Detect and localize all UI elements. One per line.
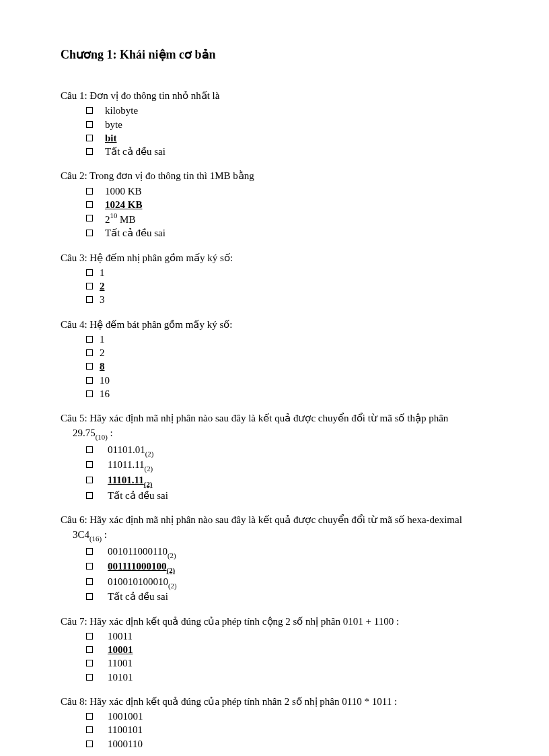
question-text: Câu 5: Hãy xác định mã nhị phân nào sau … <box>61 411 488 425</box>
option-label: Tất cả đều sai <box>105 226 166 240</box>
option-item[interactable]: 3 <box>61 293 488 306</box>
option-item[interactable]: bit <box>61 131 488 145</box>
option-item[interactable]: 1000 KB <box>61 184 488 198</box>
option-item[interactable]: 11011.11(2) <box>61 458 488 473</box>
question-text: Câu 1: Đơn vị đo thông tin nhỏ nhất là <box>61 89 488 102</box>
option-label: 210 MB <box>105 211 135 226</box>
checkbox-icon <box>86 269 93 276</box>
option-item[interactable]: 1001001 <box>61 710 488 723</box>
option-label: 11101.11(2) <box>108 473 152 489</box>
option-item[interactable]: 1 <box>61 266 488 279</box>
option-label: 10011 <box>108 629 133 643</box>
checkbox-icon <box>86 107 93 114</box>
question: Câu 1: Đơn vị đo thông tin nhỏ nhất làki… <box>61 89 488 158</box>
option-item[interactable]: 2 <box>61 279 488 293</box>
question-text: Câu 4: Hệ đếm bát phân gồm mấy ký số: <box>61 318 488 331</box>
options-list: 001011000110(2)001111000100(2)0100101000… <box>61 545 488 604</box>
checkbox-icon <box>86 726 93 733</box>
checkbox-icon <box>86 548 93 555</box>
option-label: 1000 KB <box>105 184 142 198</box>
question: Câu 2: Trong đơn vị đo thông tin thì 1MB… <box>61 169 488 240</box>
checkbox-icon <box>86 741 93 747</box>
options-list: 01101.01(2)11011.11(2)11101.11(2)Tất cả … <box>61 443 488 502</box>
checkbox-icon <box>86 593 93 600</box>
checkbox-icon <box>86 674 93 681</box>
checkbox-icon <box>86 660 93 666</box>
option-label: 1024 KB <box>105 198 142 211</box>
checkbox-icon <box>86 446 93 453</box>
option-item[interactable]: 001011000110(2) <box>61 545 488 560</box>
checkbox-icon <box>86 390 93 397</box>
checkbox-icon <box>86 296 93 303</box>
option-label: Tất cả đều sai <box>105 145 166 158</box>
checkbox-icon <box>86 230 93 236</box>
options-list: 1281016 <box>61 333 488 401</box>
checkbox-icon <box>86 377 93 384</box>
option-item[interactable]: 010010100010(2) <box>61 575 488 590</box>
option-item[interactable]: 10 <box>61 374 488 387</box>
option-item[interactable]: 11001 <box>61 656 488 670</box>
option-label: Tất cả đều sai <box>108 590 168 603</box>
option-label: 1001001 <box>108 710 143 723</box>
question: Câu 3: Hệ đếm nhị phân gồm mấy ký số:123 <box>61 251 488 307</box>
checkbox-icon <box>86 121 93 128</box>
question: Câu 5: Hãy xác định mã nhị phân nào sau … <box>61 411 488 502</box>
options-list: kilobytebytebitTất cả đều sai <box>61 104 488 158</box>
option-item[interactable]: 10001 <box>61 643 488 656</box>
option-label: 2 <box>100 346 105 359</box>
option-label: 16 <box>100 387 110 401</box>
option-item[interactable]: byte <box>61 118 488 131</box>
option-label: 8 <box>100 359 105 373</box>
option-item[interactable]: 10101 <box>61 671 488 684</box>
option-label: 001111000100(2) <box>108 559 175 575</box>
checkbox-icon <box>86 633 93 640</box>
question-text: Câu 2: Trong đơn vị đo thông tin thì 1MB… <box>61 169 488 182</box>
option-item[interactable]: 210 MB <box>61 211 488 226</box>
option-item[interactable]: 16 <box>61 387 488 401</box>
checkbox-icon <box>86 135 93 141</box>
option-label: 010010100010(2) <box>108 575 177 590</box>
question: Câu 7: Hãy xác định kết quả đúng của phé… <box>61 615 488 684</box>
option-item[interactable]: 2 <box>61 346 488 359</box>
option-item[interactable]: 1024 KB <box>61 198 488 211</box>
checkbox-icon <box>86 336 93 343</box>
question: Câu 6: Hãy xác định mã nhị phân nào sau … <box>61 513 488 604</box>
option-label: 1000110 <box>108 737 143 751</box>
option-item[interactable]: 1 <box>61 333 488 346</box>
checkbox-icon <box>86 188 93 195</box>
checkbox-icon <box>86 713 93 720</box>
option-label: 2 <box>100 279 105 293</box>
option-label: 11001 <box>108 656 133 670</box>
option-label: 10001 <box>108 643 133 656</box>
checkbox-icon <box>86 349 93 356</box>
option-label: 1100101 <box>108 723 143 736</box>
question-text: Câu 8: Hãy xác định kết quả đúng của phé… <box>61 695 488 708</box>
option-item[interactable]: kilobyte <box>61 104 488 117</box>
option-item[interactable]: Tất cả đều sai <box>61 590 488 603</box>
checkbox-icon <box>86 363 93 370</box>
option-label: bit <box>105 131 117 145</box>
option-item[interactable]: Tất cả đều sai <box>61 489 488 502</box>
question-text: Câu 3: Hệ đếm nhị phân gồm mấy ký số: <box>61 251 488 265</box>
option-item[interactable]: 001111000100(2) <box>61 559 488 575</box>
checkbox-icon <box>86 578 93 585</box>
option-item[interactable]: Tất cả đều sai <box>61 145 488 158</box>
option-item[interactable]: 10011 <box>61 629 488 643</box>
questions-container: Câu 1: Đơn vị đo thông tin nhỏ nhất làki… <box>61 89 488 751</box>
option-label: byte <box>105 118 122 131</box>
checkbox-icon <box>86 563 93 570</box>
option-label: 001011000110(2) <box>108 545 176 560</box>
option-label: 10 <box>100 374 110 387</box>
options-list: 100100111001011000110 <box>61 710 488 751</box>
question-text-line2: 3C4(16) : <box>61 528 488 543</box>
option-item[interactable]: 8 <box>61 359 488 373</box>
option-item[interactable]: 1000110 <box>61 737 488 751</box>
question-text: Câu 6: Hãy xác định mã nhị phân nào sau … <box>61 513 488 526</box>
option-item[interactable]: 11101.11(2) <box>61 473 488 489</box>
option-item[interactable]: Tất cả đều sai <box>61 226 488 240</box>
option-item[interactable]: 1100101 <box>61 723 488 736</box>
option-item[interactable]: 01101.01(2) <box>61 443 488 458</box>
options-list: 10011100011100110101 <box>61 629 488 684</box>
checkbox-icon <box>86 215 93 221</box>
option-label: 11011.11(2) <box>108 458 153 473</box>
